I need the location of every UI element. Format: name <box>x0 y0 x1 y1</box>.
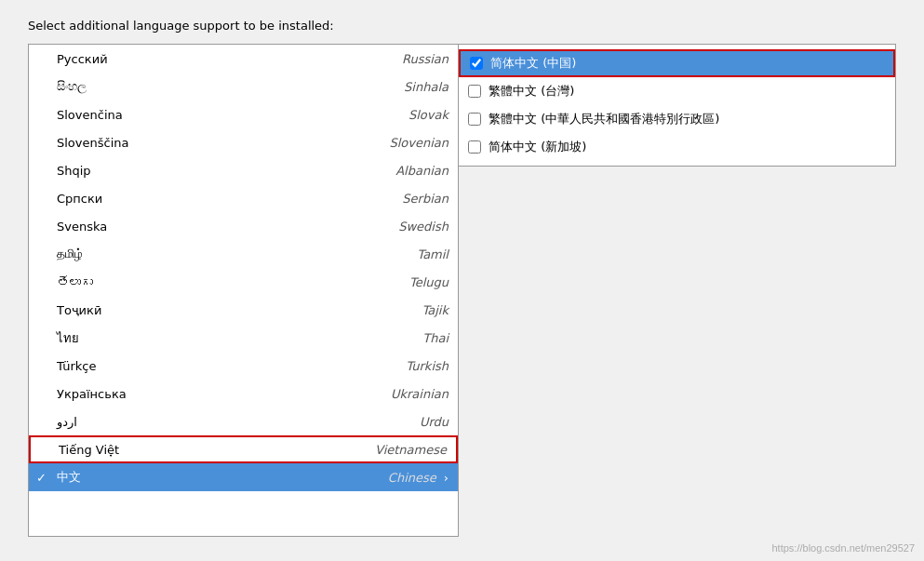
main-container: Select additional language support to be… <box>0 0 924 561</box>
language-row[interactable]: SlovenščinaSlovenian <box>29 128 458 156</box>
sublanguage-row[interactable]: 简体中文 (新加坡) <box>459 133 895 161</box>
language-row[interactable]: ТоҷикӣTajik <box>29 296 458 324</box>
sublanguage-label: 简体中文 (中国) <box>490 55 576 72</box>
lang-native-label: Svenska <box>57 220 107 234</box>
lang-english-label: Swedish <box>398 220 449 234</box>
lang-right-side: Slovenian <box>389 136 449 150</box>
lang-right-side: Telugu <box>409 275 449 289</box>
sublanguage-checkbox[interactable] <box>468 85 481 98</box>
panels-container: РусскийRussianසිංහලSinhalaSlovenčinaSlov… <box>28 44 896 537</box>
lang-native-label: తెలుగు <box>57 275 93 289</box>
lang-english-label: Vietnamese <box>375 443 447 457</box>
lang-english-label: Slovak <box>408 108 449 122</box>
language-row[interactable]: ShqipAlbanian <box>29 156 458 184</box>
language-row[interactable]: Tiếng ViệtVietnamese <box>29 435 458 463</box>
language-row[interactable]: СрпскиSerbian <box>29 184 458 212</box>
language-row[interactable]: ✓中文Chinese› <box>29 463 458 491</box>
lang-native-label: Српски <box>57 192 102 206</box>
language-row[interactable]: සිංහලSinhala <box>29 73 458 100</box>
lang-native-label: Shqip <box>57 164 91 178</box>
lang-english-label: Tajik <box>422 303 449 317</box>
language-row[interactable]: SlovenčinaSlovak <box>29 100 458 128</box>
sublanguage-row[interactable]: 繁體中文 (中華人民共和國香港特別行政區) <box>459 105 895 133</box>
sublanguage-label: 简体中文 (新加坡) <box>489 139 586 155</box>
lang-native-label: ไทย <box>57 328 79 348</box>
lang-right-side: Vietnamese <box>375 443 447 457</box>
lang-english-label: Urdu <box>420 415 449 429</box>
sublanguage-row[interactable]: 简体中文 (中国) <box>459 49 895 77</box>
lang-right-side: Tajik <box>422 303 449 317</box>
sublanguage-label: 繁體中文 (中華人民共和國香港特別行政區) <box>489 111 719 127</box>
lang-english-label: Slovenian <box>389 136 449 150</box>
lang-english-label: Turkish <box>406 359 449 373</box>
sublanguage-row[interactable]: 繁體中文 (台灣) <box>459 77 895 105</box>
lang-english-label: Russian <box>402 52 449 66</box>
language-row[interactable]: SvenskaSwedish <box>29 212 458 240</box>
lang-english-label: Chinese <box>388 471 436 485</box>
language-row[interactable]: УкраїнськаUkrainian <box>29 380 458 407</box>
lang-native-label: اردو <box>57 415 77 429</box>
sublanguage-list[interactable]: 简体中文 (中国)繁體中文 (台灣)繁體中文 (中華人民共和國香港特別行政區)简… <box>459 44 896 167</box>
language-row[interactable]: ไทยThai <box>29 324 458 352</box>
lang-english-label: Albanian <box>395 164 449 178</box>
lang-right-side: Urdu <box>420 415 449 429</box>
sublanguage-checkbox[interactable] <box>468 140 481 154</box>
lang-native-label: සිංහල <box>57 79 87 94</box>
lang-native-label: 中文 <box>57 469 81 486</box>
language-row[interactable]: TürkçeTurkish <box>29 352 458 380</box>
lang-english-label: Serbian <box>402 192 449 206</box>
lang-native-label: Тоҷикӣ <box>57 303 101 317</box>
checkmark-icon: ✓ <box>36 471 47 485</box>
lang-right-side: Russian <box>402 52 449 66</box>
lang-right-side: Sinhala <box>404 80 449 94</box>
language-row[interactable]: РусскийRussian <box>29 45 458 73</box>
lang-native-label: Slovenščina <box>57 136 129 150</box>
watermark: https://blog.csdn.net/men29527 <box>772 542 916 554</box>
lang-native-label: Українська <box>57 387 127 401</box>
lang-english-label: Sinhala <box>404 80 449 94</box>
lang-english-label: Tamil <box>417 247 449 261</box>
lang-english-label: Thai <box>422 331 449 345</box>
instruction-label: Select additional language support to be… <box>28 19 896 33</box>
lang-right-side: Tamil <box>417 247 449 261</box>
sublanguage-label: 繁體中文 (台灣) <box>489 83 574 100</box>
language-row[interactable]: اردوUrdu <box>29 407 458 435</box>
lang-right-side: Albanian <box>395 164 449 178</box>
sublanguage-list-inner: 简体中文 (中国)繁體中文 (台灣)繁體中文 (中華人民共和國香港特別行政區)简… <box>459 45 895 166</box>
lang-right-side: Turkish <box>406 359 449 373</box>
sublanguage-checkbox[interactable] <box>468 113 481 126</box>
lang-native-label: Türkçe <box>57 359 96 373</box>
sublanguage-checkbox[interactable] <box>470 57 483 70</box>
lang-right-side: Thai <box>422 331 449 345</box>
right-panel-wrapper: 简体中文 (中国)繁體中文 (台灣)繁體中文 (中華人民共和國香港特別行政區)简… <box>459 44 896 537</box>
lang-right-side: Chinese› <box>388 471 449 485</box>
lang-right-side: Slovak <box>408 108 449 122</box>
language-row[interactable]: తెలుగుTelugu <box>29 268 458 296</box>
lang-native-label: Русский <box>57 52 108 66</box>
lang-english-label: Ukrainian <box>391 387 449 401</box>
lang-native-label: தமிழ் <box>57 247 83 261</box>
language-row[interactable]: தமிழ்Tamil <box>29 240 458 268</box>
lang-right-side: Serbian <box>402 192 449 206</box>
lang-right-side: Swedish <box>398 220 449 234</box>
lang-right-side: Ukrainian <box>391 387 449 401</box>
language-list[interactable]: РусскийRussianසිංහලSinhalaSlovenčinaSlov… <box>28 44 459 537</box>
lang-native-label: Tiếng Việt <box>59 443 119 457</box>
expand-arrow-icon: › <box>444 471 449 485</box>
lang-english-label: Telugu <box>409 275 449 289</box>
lang-native-label: Slovenčina <box>57 108 123 122</box>
